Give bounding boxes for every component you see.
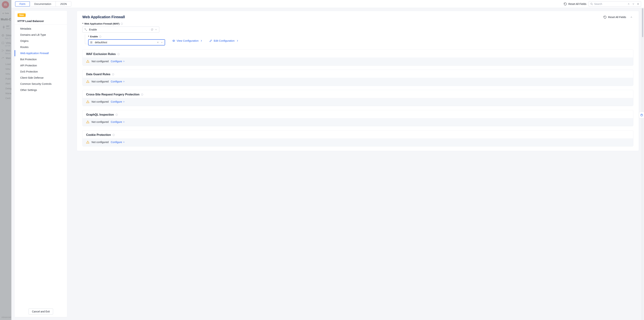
- enable-select-value: default/test: [95, 41, 155, 44]
- chevron-right-icon: [123, 101, 125, 103]
- sidebar-item-common-security[interactable]: Common Security Controls: [15, 81, 67, 87]
- info-icon[interactable]: [116, 113, 118, 116]
- branch-icon: [84, 28, 87, 31]
- subcard-status: Not configured: [92, 120, 108, 123]
- reset-label: Reset All Fields: [568, 2, 586, 5]
- enable-select[interactable]: default/test: [88, 39, 165, 45]
- search-prev-button[interactable]: [627, 2, 630, 6]
- reset-all-fields-button[interactable]: Reset All Fields: [564, 2, 586, 5]
- configure-link[interactable]: Configure: [111, 141, 125, 144]
- eye-icon: [172, 39, 175, 42]
- info-icon[interactable]: [112, 73, 114, 76]
- search-box[interactable]: [588, 1, 641, 7]
- subcard-waf-exclusion: WAF Exclusion Rules Not configured Confi…: [82, 49, 633, 66]
- cancel-and-exit-button[interactable]: Cancel and Exit: [28, 309, 53, 315]
- subcard-csrf: Cross-Site Request Forgery Protection No…: [82, 90, 633, 106]
- configure-link[interactable]: Configure: [111, 100, 125, 103]
- warning-icon: [86, 100, 90, 103]
- warning-icon: [86, 60, 90, 63]
- subcard-title: WAF Exclusion Rules: [86, 52, 116, 56]
- card-reset-button[interactable]: Reset All Fields: [603, 15, 626, 19]
- subcard-status: Not configured: [92, 141, 108, 144]
- subcard-data-guard: Data Guard Rules Not configured Configur…: [82, 70, 633, 86]
- chevron-right-icon: [123, 121, 125, 123]
- sidebar-item-other[interactable]: Other Settings: [15, 87, 67, 93]
- enable-field-label: Enable: [90, 35, 98, 38]
- chevron-right-icon: [123, 80, 125, 83]
- sidebar-item-waf[interactable]: Web Application Firewall: [15, 50, 67, 56]
- reset-icon: [564, 2, 567, 5]
- sidebar-item-csd[interactable]: Client-Side Defense: [15, 75, 67, 81]
- help-fab[interactable]: [639, 112, 644, 118]
- view-config-label: View Configuration: [176, 39, 198, 42]
- view-configuration-link[interactable]: View Configuration: [172, 39, 203, 42]
- list-icon: [90, 41, 93, 44]
- chevron-right-icon: [236, 39, 239, 42]
- form-sidebar: New HTTP Load Balancer Metadata Domains …: [15, 11, 67, 317]
- scrollbar-thumb[interactable]: [642, 8, 643, 37]
- new-badge: New: [18, 13, 26, 17]
- modal-panel: Form Documentation JSON Reset All Fields…: [12, 0, 644, 320]
- configure-link[interactable]: Configure: [111, 120, 125, 123]
- card-collapse-toggle[interactable]: [629, 15, 633, 19]
- subcard-graphql: GraphQL Inspection Not configured Config…: [82, 110, 633, 126]
- svg-rect-18: [90, 42, 92, 43]
- clear-icon[interactable]: [156, 41, 159, 44]
- form-content: Web Application Firewall Reset All Field…: [67, 8, 644, 320]
- configure-link[interactable]: Configure: [111, 60, 125, 63]
- edit-configuration-link[interactable]: Edit Configuration: [209, 39, 239, 42]
- chevron-down-icon[interactable]: [155, 28, 157, 31]
- configure-link[interactable]: Configure: [111, 80, 125, 83]
- warning-icon: [86, 80, 90, 83]
- background-nav: f5 Sele Multi-C D def Nam Sites App S Vi…: [0, 0, 12, 320]
- waf-field-label: Web Application Firewall (WAF): [84, 22, 119, 25]
- subcard-title: Data Guard Rules: [86, 73, 110, 76]
- info-icon[interactable]: [120, 22, 123, 25]
- sidebar-title: HTTP Load Balancer: [18, 19, 64, 22]
- sidebar-item-bot[interactable]: Bot Protection: [15, 56, 67, 62]
- sidebar-section-list: Metadata Domains and LB Type Origins Rou…: [15, 24, 67, 306]
- info-icon[interactable]: [141, 93, 144, 96]
- sidebar-item-dos[interactable]: DoS Protection: [15, 68, 67, 75]
- warning-icon: [86, 120, 90, 124]
- waf-card: Web Application Firewall Reset All Field…: [77, 11, 639, 151]
- search-clear-button[interactable]: [636, 2, 640, 6]
- help-icon: [640, 114, 643, 116]
- subcard-status: Not configured: [92, 100, 108, 103]
- card-reset-label: Reset All Fields: [608, 16, 626, 18]
- search-icon: [590, 2, 593, 5]
- reset-icon: [603, 15, 606, 19]
- required-star: *: [88, 35, 89, 38]
- card-title: Web Application Firewall: [82, 15, 125, 19]
- sidebar-item-metadata[interactable]: Metadata: [15, 26, 67, 32]
- subcard-title: Cookie Protection: [86, 133, 111, 137]
- chevron-up-icon: [630, 16, 632, 18]
- required-star: *: [82, 22, 83, 25]
- tab-form[interactable]: Form: [15, 1, 30, 6]
- pencil-icon: [209, 39, 212, 42]
- info-icon[interactable]: [117, 53, 120, 55]
- chevron-down-icon[interactable]: [160, 41, 163, 44]
- waf-field: * Web Application Firewall (WAF) Enable: [82, 22, 633, 45]
- search-next-button[interactable]: [632, 2, 635, 6]
- chevron-right-icon: [123, 141, 125, 143]
- subcard-title: Cross-Site Request Forgery Protection: [86, 93, 140, 96]
- sidebar-item-origins[interactable]: Origins: [15, 38, 67, 44]
- topbar: Form Documentation JSON Reset All Fields: [12, 0, 644, 8]
- sidebar-item-api[interactable]: API Protection: [15, 62, 67, 68]
- info-icon[interactable]: [112, 134, 115, 136]
- subcard-title: GraphQL Inspection: [86, 113, 114, 116]
- enable-nested-block: * Enable default/test: [85, 35, 633, 45]
- view-mode-tabs: Form Documentation JSON: [15, 1, 71, 7]
- scrollbar-track[interactable]: [642, 8, 644, 320]
- sidebar-item-domains[interactable]: Domains and LB Type: [15, 32, 67, 38]
- tab-json[interactable]: JSON: [56, 1, 71, 6]
- subcard-status: Not configured: [92, 60, 108, 63]
- svg-point-20: [173, 40, 174, 41]
- tab-documentation[interactable]: Documentation: [30, 1, 56, 6]
- info-icon[interactable]: [99, 35, 102, 38]
- waf-select[interactable]: Enable: [82, 26, 159, 33]
- search-input[interactable]: [594, 2, 626, 5]
- sidebar-item-routes[interactable]: Routes: [15, 44, 67, 50]
- refresh-icon[interactable]: [151, 28, 153, 31]
